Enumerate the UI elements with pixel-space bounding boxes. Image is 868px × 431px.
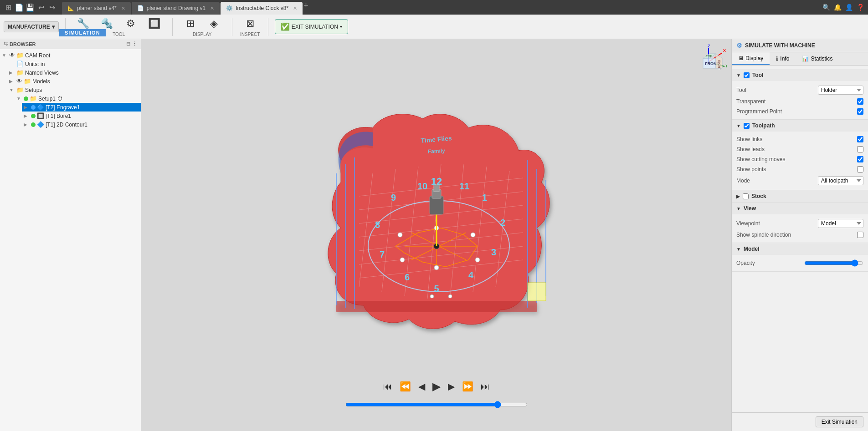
svg-text:X: X [723,48,726,53]
tab-info[interactable]: ℹ Info [770,52,796,65]
svg-text:7: 7 [380,249,385,259]
title-bar: ⊞ 📄 💾 ↩ ↪ 📐 planer stand v4* ✕ 📄 planer … [0,0,868,15]
playback-fast-forward[interactable]: ⏩ [460,379,475,394]
right-panel-tabs: 🖥 Display ℹ Info 📊 Statistics [732,52,868,66]
tree-item-models[interactable]: ▶ 👁 📁 Models [7,77,141,86]
display-tab-icon: 🖥 [738,55,744,61]
tool-section-checkbox[interactable] [744,72,750,78]
tab-planer-stand[interactable]: 📐 planer stand v4* ✕ [62,2,131,15]
bore1-label: [T1] Bore1 [46,113,71,119]
tool-section-header[interactable]: ▼ Tool [732,69,868,81]
model-section-chevron: ▼ [736,247,741,252]
notifications-icon[interactable]: 🔔 [834,4,842,11]
exit-simulation-btn[interactable]: Exit Simulation [816,416,863,427]
svg-text:Z: Z [708,44,710,48]
tool-btn-3[interactable]: ⚙ [119,16,142,31]
show-cutting-moves-checkbox[interactable] [857,156,863,162]
statistics-tab-icon: 📊 [802,56,809,62]
playback-play[interactable]: ▶ [431,378,442,395]
info-tab-label: Info [780,56,789,62]
transparent-checkbox[interactable] [857,98,863,105]
tool-select[interactable]: Holder [818,86,863,95]
tab-close-planer[interactable]: ✕ [121,5,125,11]
show-links-checkbox[interactable] [857,136,863,142]
browser-resize-icon[interactable]: ⋮ [132,41,137,47]
tab-drawing[interactable]: 📄 planer stand Drawing v1 ✕ [132,2,220,15]
viewport[interactable]: 12 1 2 3 4 5 6 7 8 9 10 11 Time Flies Fa… [141,39,731,431]
viewpoint-label: Viewpoint [736,220,818,227]
browser-collapse-icon[interactable]: ⊟ [126,41,130,47]
svg-text:4: 4 [468,270,474,280]
tree-item-named-views[interactable]: ▶ 📁 Named Views [7,68,141,77]
display-btn-2[interactable]: ◈ [203,16,226,31]
help-icon[interactable]: ❓ [857,4,864,11]
show-leads-checkbox[interactable] [857,146,863,152]
show-points-label: Show points [736,166,857,172]
manufacture-button[interactable]: MANUFACTURE ▾ [4,21,59,32]
bore1-chevron: ▶ [24,113,31,118]
save-icon[interactable]: 💾 [26,3,35,12]
stock-section-header[interactable]: ▶ Stock [732,190,868,202]
view-section-header[interactable]: ▼ View [732,203,868,214]
svg-point-38 [400,258,405,262]
mode-select[interactable]: All toolpath [818,176,863,185]
opacity-slider[interactable] [804,259,863,267]
toolpath-section-chevron: ▼ [736,123,741,128]
tool-btn-4[interactable]: 🔲 [143,16,166,31]
tool-value: Holder [818,86,863,95]
setup1-status [24,96,28,101]
simulate-icon: ⚙ [736,42,742,49]
file-menu-icon[interactable]: 📄 [15,3,24,12]
svg-point-40 [430,294,434,298]
setup1-label: Setup1 [38,96,56,102]
viewpoint-select[interactable]: Model [818,219,863,228]
search-icon[interactable]: 🔍 [822,4,830,11]
model-section-header[interactable]: ▼ Model [732,243,868,255]
tab-clock[interactable]: ⚙️ Instructable Clock v8* ✕ [221,2,303,15]
playback-step-forward[interactable]: ▶ [446,379,457,394]
tree-item-engrave1[interactable]: ▶ 🔷 [T2] Engrave1 [22,103,141,112]
toolpath-section-header[interactable]: ▼ Toolpath [732,120,868,132]
svg-text:3: 3 [491,247,496,257]
display-section: ⊞ ◈ DISPLAY [179,16,226,37]
exit-simulation-button[interactable]: ✅ EXIT SIMULATION ▾ [275,19,348,34]
transparent-row: Transparent [736,96,863,106]
show-points-checkbox[interactable] [857,166,863,172]
tree-item-contour1[interactable]: ▶ 🔷 [T1] 2D Contour1 [22,120,141,129]
show-spindle-label: Show spindle direction [736,232,857,238]
toolpath-section-checkbox[interactable] [744,123,750,129]
browser-expand-all-icon[interactable]: ⇆ [4,41,8,47]
tab-close-clock[interactable]: ✕ [293,5,297,11]
playback-fast-back[interactable]: ⏪ [398,379,413,394]
tree-item-cam-root[interactable]: ▼ 👁 📁 CAM Root [0,51,141,60]
stock-section-checkbox[interactable] [743,193,749,199]
app-menu-icon[interactable]: ⊞ [4,3,13,12]
contour1-status [31,122,36,127]
tree-item-units[interactable]: 📄 Units: in [7,60,141,68]
account-icon[interactable]: 👤 [845,4,853,11]
tree-item-bore1[interactable]: ▶ 🔲 [T1] Bore1 [22,112,141,120]
tab-label-clock: Instructable Clock v8* [236,5,288,11]
undo-icon[interactable]: ↩ [36,3,46,12]
show-spindle-checkbox[interactable] [857,232,863,238]
playback-slider-container [345,401,528,408]
tree-item-setup1[interactable]: ▼ 📁 Setup1 ⏱ [15,94,141,103]
show-spindle-row: Show spindle direction [736,230,863,240]
tree-item-setups[interactable]: ▼ 📁 Setups [7,86,141,94]
playback-skip-forward[interactable]: ⏭ [479,380,492,394]
redo-icon[interactable]: ↪ [47,3,56,12]
titlebar-actions: 🔍 🔔 👤 ❓ [822,4,864,11]
nav-cube[interactable]: X Y Z FRONT TOP RIGHT [690,44,727,80]
contour1-chevron: ▶ [24,122,31,127]
right-panel-header: ⚙ SIMULATE WITH MACHINE [732,39,868,52]
playback-step-back[interactable]: ◀ [416,379,427,394]
tab-close-drawing[interactable]: ✕ [210,5,214,11]
add-tab-button[interactable]: + [303,1,308,14]
display-btn-1[interactable]: ⊞ [179,16,202,31]
playback-slider[interactable] [345,401,528,408]
playback-skip-back[interactable]: ⏮ [381,380,394,394]
tab-display[interactable]: 🖥 Display [732,52,770,65]
inspect-btn-1[interactable]: ⊠ [239,16,262,31]
tab-statistics[interactable]: 📊 Statistics [796,52,839,65]
programmed-point-checkbox[interactable] [857,108,863,115]
